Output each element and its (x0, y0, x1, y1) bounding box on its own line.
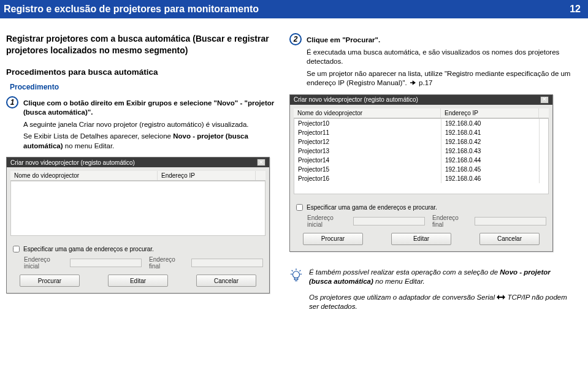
content-columns: Registrar projetores com a busca automát… (0, 18, 588, 318)
grid-rows-empty (10, 181, 265, 236)
grid-header-name: Nome do videoprojector (294, 108, 441, 118)
grid-rows: Projector10192.168.0.40 Projector11192.1… (294, 118, 549, 194)
grid-header-ip: Endereço IP (441, 108, 539, 118)
dialog-titlebar: Criar novo videoprojector (registo autom… (7, 157, 269, 167)
step-number-icon: 1 (6, 96, 18, 108)
right-column: 2 Clique em "Procurar". É executada uma … (289, 25, 571, 318)
dialog-create-projector-empty: Criar novo videoprojector (registo autom… (6, 157, 270, 294)
table-row[interactable]: Projector15192.168.0.45 (294, 165, 548, 174)
step-1-paragraph-2: Se Exibir Lista de Detalhes aparecer, se… (23, 132, 276, 151)
section-heading: Registrar projetores com a busca automát… (6, 33, 276, 56)
convert-arrow-icon (497, 294, 507, 301)
range-end-label: Endereço final (432, 214, 467, 228)
specify-range-checkbox[interactable] (13, 246, 20, 252)
step-2-lead: Clique em "Procurar". (307, 36, 571, 45)
dialog-button-row: Procurar Editar Cancelar (10, 270, 265, 292)
close-icon[interactable]: ✕ (257, 159, 265, 166)
page-header: Registro e exclusão de projetores para m… (0, 0, 588, 18)
step-number-icon: 2 (289, 33, 302, 45)
step-2-body: Clique em "Procurar". É executada uma bu… (307, 33, 571, 91)
table-row[interactable]: Projector10192.168.0.40 (294, 119, 548, 128)
page-number: 12 (570, 4, 581, 15)
step-2-paragraph-2: Se um projetor não aparecer na lista, ut… (307, 69, 571, 88)
svg-line-2 (300, 270, 301, 271)
table-row[interactable]: Projector13192.168.0.43 (294, 146, 548, 156)
hand-pointer-icon (409, 79, 417, 86)
dialog-titlebar: Criar novo videoprojector (registo autom… (290, 95, 552, 105)
range-end-label: Endereço final (149, 256, 184, 270)
table-row[interactable]: Projector11192.168.0.41 (294, 128, 548, 137)
range-start-input[interactable] (70, 259, 142, 267)
range-row: Endereço inicial Endereço final (10, 254, 265, 270)
page-ref-link[interactable]: p.17 (419, 79, 432, 86)
close-icon[interactable]: ✕ (540, 96, 549, 104)
cancel-button[interactable]: Cancelar (196, 275, 256, 287)
specify-range-checkbox[interactable] (296, 204, 303, 211)
specify-range-label: Especificar uma gama de endereços e proc… (23, 246, 154, 252)
range-end-input[interactable] (191, 259, 263, 267)
step-2: 2 Clique em "Procurar". É executada uma … (289, 33, 571, 91)
range-start-label: Endereço inicial (24, 256, 63, 270)
step-1-body: Clique com o botão direito em Exibir gru… (23, 96, 276, 154)
left-column: Registrar projetores com a busca automát… (6, 25, 276, 318)
search-button[interactable]: Procurar (303, 233, 363, 245)
page-title: Registro e exclusão de projetores para m… (4, 4, 259, 15)
specify-range-checkbox-row[interactable]: Especificar uma gama de endereços e proc… (10, 244, 265, 254)
grid-header: Nome do videoprojector Endereço IP (294, 108, 549, 118)
range-start-label: Endereço inicial (307, 214, 346, 228)
step-1-paragraph-1: A seguinte janela Criar novo projetor (r… (23, 120, 276, 130)
svg-line-1 (292, 270, 293, 271)
search-button[interactable]: Procurar (20, 275, 80, 287)
table-row[interactable]: Projector14192.168.0.44 (294, 156, 548, 165)
grid-header: Nome do videoprojector Endereço IP (10, 171, 265, 181)
table-row[interactable]: Projector12192.168.0.42 (294, 137, 548, 146)
dialog-title-text: Criar novo videoprojector (registo autom… (10, 159, 135, 166)
svg-point-5 (293, 271, 300, 278)
grid-header-name: Nome do videoprojector (10, 171, 158, 180)
edit-button[interactable]: Editar (391, 233, 451, 245)
specify-range-label: Especificar uma gama de endereços e proc… (307, 204, 437, 211)
tip-paragraph-1: É também possível realizar esta operação… (309, 268, 571, 287)
step-1: 1 Clique com o botão direito em Exibir g… (6, 96, 276, 154)
specify-range-checkbox-row[interactable]: Especificar uma gama de endereços e proc… (294, 203, 549, 212)
tip-paragraph-2: Os projetores que utilizam o adaptador d… (309, 293, 571, 312)
grid-header-ip: Endereço IP (158, 171, 256, 180)
dialog-button-row: Procurar Editar Cancelar (294, 228, 549, 250)
dialog-title-text: Criar novo videoprojector (registo autom… (294, 96, 418, 103)
step-1-lead: Clique com o botão direito em Exibir gru… (23, 99, 276, 118)
tip-text: É também possível realizar esta operação… (309, 268, 571, 318)
edit-button[interactable]: Editar (108, 275, 168, 287)
dialog-bottom-panel: Especificar uma gama de endereços e proc… (294, 200, 549, 250)
range-row: Endereço inicial Endereço final (294, 212, 549, 228)
dialog-create-projector-results: Criar novo videoprojector (registo autom… (289, 94, 553, 252)
lightbulb-icon (289, 268, 303, 318)
dialog-body: Nome do videoprojector Endereço IP Espec… (7, 167, 269, 293)
range-end-input[interactable] (475, 217, 546, 225)
tip-block: É também possível realizar esta operação… (289, 268, 571, 318)
step-2-paragraph-1: É executada uma busca automática, e são … (307, 48, 571, 67)
dialog-bottom-panel: Especificar uma gama de endereços e proc… (10, 242, 265, 292)
dialog-body: Nome do videoprojector Endereço IP Proje… (290, 105, 552, 251)
table-row[interactable]: Projector16192.168.0.46 (294, 174, 548, 183)
range-start-input[interactable] (353, 217, 425, 225)
procedure-label: Procedimento (10, 83, 276, 91)
cancel-button[interactable]: Cancelar (479, 233, 540, 245)
subsection-heading: Procedimentos para busca automática (6, 67, 276, 77)
